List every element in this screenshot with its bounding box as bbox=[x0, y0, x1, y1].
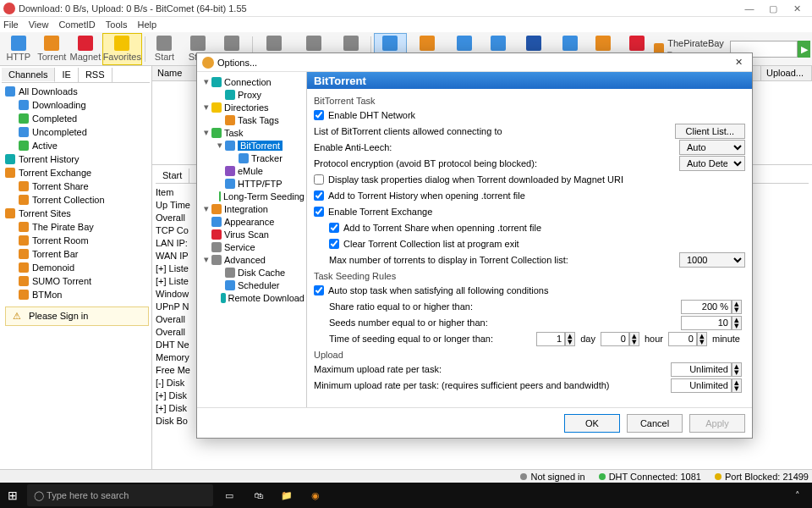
nav-emule[interactable]: eMule bbox=[199, 164, 304, 177]
menu-view[interactable]: View bbox=[29, 19, 49, 30]
sidebar-item-the-pirate-bay[interactable]: The Pirate Bay bbox=[3, 220, 148, 234]
sidebar-item-torrent-bar[interactable]: Torrent Bar bbox=[3, 247, 148, 261]
sidebar-item-torrent-collection[interactable]: Torrent Collection bbox=[3, 193, 148, 207]
minimize-button[interactable]: — bbox=[738, 1, 761, 16]
sidebar-item-downloading[interactable]: Downloading bbox=[3, 98, 148, 112]
maxnum-select[interactable]: 1000 bbox=[679, 252, 745, 268]
col-upload[interactable]: Upload... bbox=[761, 66, 812, 80]
sidebar-item-sumo-torrent[interactable]: SUMO Torrent bbox=[3, 274, 148, 288]
toolbar-http[interactable]: HTTP bbox=[2, 33, 36, 65]
nav-integration[interactable]: ▾Integration bbox=[199, 202, 304, 215]
nav-task[interactable]: ▾Task bbox=[199, 126, 304, 139]
cb-clear-collection[interactable] bbox=[329, 239, 339, 249]
explorer-icon[interactable]: 📁 bbox=[272, 483, 301, 508]
minup-spinner[interactable]: ▴▾ bbox=[732, 378, 742, 393]
nav-remote-download[interactable]: Remote Download bbox=[199, 291, 304, 304]
cb-add-history[interactable] bbox=[314, 190, 324, 201]
nav-service[interactable]: Service bbox=[199, 240, 304, 253]
seeds-input[interactable] bbox=[681, 316, 732, 330]
ratio-input[interactable] bbox=[681, 300, 732, 314]
time-day-input[interactable] bbox=[536, 332, 565, 346]
sidebar-tab-channels[interactable]: Channels bbox=[2, 68, 55, 82]
nav-icon bbox=[225, 280, 235, 290]
sidebar-item-torrent-sites[interactable]: Torrent Sites bbox=[3, 207, 148, 220]
start-button[interactable]: ⊞ bbox=[0, 483, 25, 508]
store-icon[interactable]: 🛍 bbox=[244, 483, 272, 508]
toolbar-go-button[interactable]: ▶ bbox=[798, 41, 810, 58]
antileech-select[interactable]: Auto bbox=[679, 140, 745, 155]
menu-cometid[interactable]: CometID bbox=[58, 19, 95, 30]
signin-status: Not signed in bbox=[530, 472, 584, 482]
time-hour-spinner[interactable]: ▴▾ bbox=[629, 332, 639, 346]
maxup-input[interactable] bbox=[671, 362, 732, 377]
maximize-button[interactable]: ▢ bbox=[761, 1, 785, 16]
menu-tools[interactable]: Tools bbox=[106, 19, 128, 30]
cb-autostop[interactable] bbox=[314, 285, 324, 295]
sidebar-item-uncompleted[interactable]: Uncompleted bbox=[3, 125, 148, 139]
nav-directories[interactable]: ▾Directories bbox=[199, 101, 304, 113]
encryption-select[interactable]: Auto Detect bbox=[679, 156, 745, 171]
cancel-button[interactable]: Cancel bbox=[627, 414, 683, 433]
port-status: Port Blocked: 21499 bbox=[725, 472, 809, 482]
time-min-spinner[interactable]: ▴▾ bbox=[697, 332, 707, 346]
opendir.-icon bbox=[266, 36, 282, 51]
nav-icon bbox=[239, 153, 249, 163]
nav-disk-cache[interactable]: Disk Cache bbox=[199, 266, 304, 279]
forums-icon bbox=[595, 36, 611, 51]
nav-proxy[interactable]: Proxy bbox=[199, 88, 304, 101]
menu-help[interactable]: Help bbox=[137, 19, 156, 30]
nav-advanced[interactable]: ▾Advanced bbox=[199, 253, 304, 266]
toolbar-magnet[interactable]: Magnet bbox=[69, 33, 102, 65]
nav-http-ftp[interactable]: HTTP/FTP bbox=[199, 177, 304, 190]
sidebar-item-torrent-history[interactable]: Torrent History bbox=[3, 152, 148, 166]
nav-task-tags[interactable]: Task Tags bbox=[199, 113, 304, 126]
maxup-spinner[interactable]: ▴▾ bbox=[732, 362, 742, 377]
cb-enable-dht[interactable] bbox=[314, 110, 324, 120]
signin-banner[interactable]: ⚠ Please Sign in bbox=[5, 306, 149, 326]
toolbar-start[interactable]: Start bbox=[148, 33, 182, 65]
apply-button[interactable]: Apply bbox=[689, 414, 745, 433]
sidebar-item-btmon[interactable]: BTMon bbox=[3, 288, 148, 301]
sidebar-item-torrent-room[interactable]: Torrent Room bbox=[3, 234, 148, 247]
menu-file[interactable]: File bbox=[3, 19, 19, 30]
sidebar-tab-rss[interactable]: RSS bbox=[79, 68, 112, 82]
sidebar-item-active[interactable]: Active bbox=[3, 139, 148, 152]
nav-tracker[interactable]: Tracker bbox=[199, 152, 304, 164]
close-button[interactable]: ✕ bbox=[785, 1, 809, 16]
sidebar-tab-ie[interactable]: IE bbox=[55, 68, 78, 82]
expand-icon: ▾ bbox=[216, 140, 223, 151]
nav-appearance[interactable]: Appearance bbox=[199, 215, 304, 228]
taskbar-search[interactable]: ◯ Type here to search bbox=[27, 484, 213, 506]
nav-long-term-seeding[interactable]: Long-Term Seeding bbox=[199, 190, 304, 202]
seeds-spinner[interactable]: ▴▾ bbox=[732, 316, 742, 330]
sidebar-item-all-downloads[interactable]: All Downloads bbox=[3, 85, 148, 98]
cb-magnet-dialog[interactable] bbox=[314, 174, 324, 185]
toolbar-torrent[interactable]: Torrent bbox=[36, 33, 69, 65]
cb-enable-exchange[interactable] bbox=[314, 207, 324, 217]
nav-virus-scan[interactable]: Virus Scan bbox=[199, 228, 304, 240]
time-day-spinner[interactable]: ▴▾ bbox=[565, 332, 575, 346]
nav-bittorrent[interactable]: ▾BitTorrent bbox=[199, 139, 304, 152]
expand-icon: ▾ bbox=[202, 76, 210, 87]
bitcomet-taskbar-icon[interactable]: ◉ bbox=[301, 483, 330, 508]
cb-add-share[interactable] bbox=[329, 223, 339, 233]
nav-connection[interactable]: ▾Connection bbox=[199, 75, 304, 88]
nav-icon bbox=[225, 90, 235, 100]
folder-icon bbox=[19, 262, 29, 273]
taskview-icon[interactable]: ▭ bbox=[215, 483, 244, 508]
sidebar-item-torrent-share[interactable]: Torrent Share bbox=[3, 179, 148, 193]
minup-input[interactable] bbox=[671, 378, 732, 393]
time-min-input[interactable] bbox=[668, 332, 697, 346]
nav-scheduler[interactable]: Scheduler bbox=[199, 279, 304, 291]
toolbar-favorites[interactable]: Favorites bbox=[102, 33, 142, 65]
sidebar-item-completed[interactable]: Completed bbox=[3, 112, 148, 125]
ratio-spinner[interactable]: ▴▾ bbox=[732, 300, 742, 314]
sidebar-item-torrent-exchange[interactable]: Torrent Exchange bbox=[3, 166, 148, 179]
sidebar-item-demonoid[interactable]: Demonoid bbox=[3, 261, 148, 274]
ok-button[interactable]: OK bbox=[564, 414, 620, 433]
time-hour-input[interactable] bbox=[601, 332, 629, 346]
dialog-close-button[interactable]: ✕ bbox=[730, 57, 747, 68]
tray-chevron-icon[interactable]: ˄ bbox=[783, 483, 812, 508]
client-list-button[interactable]: Client List... bbox=[675, 124, 745, 139]
detail-tab-start[interactable]: Start bbox=[156, 168, 189, 183]
